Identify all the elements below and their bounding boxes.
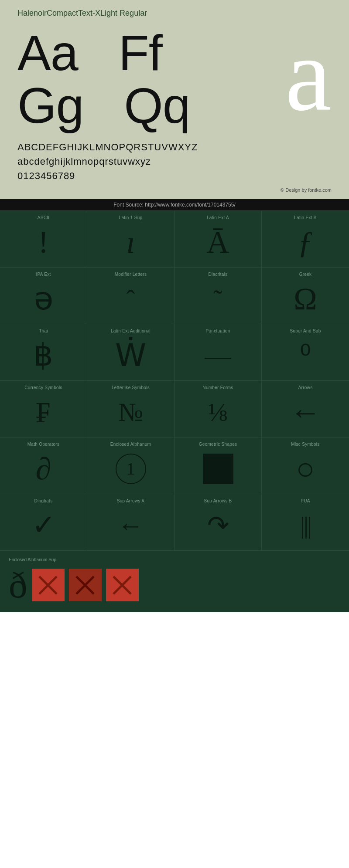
glyph-cell-arrows: Arrows ←: [262, 381, 349, 437]
top-section: HalenoirCompactText-XLight Regular Aa Ff…: [0, 0, 349, 199]
x-box-2: [69, 569, 102, 601]
letter-pairs: Aa Ff Gg Qq: [17, 27, 332, 132]
hero-area: Aa Ff Gg Qq a: [17, 27, 332, 136]
glyph-cell-thai: Thai ฿: [0, 324, 87, 381]
bottom-extra-label: Enclosed Alphanum Sup: [9, 557, 340, 562]
bottom-glyphs-row: ð: [9, 566, 340, 604]
glyph-cell-latin1sup: Latin 1 Sup ı: [87, 211, 174, 268]
glyph-cell-suparrowsa: Sup Arrows A ←: [87, 494, 174, 551]
large-a: a: [285, 27, 332, 127]
digits: 0123456789: [17, 169, 332, 183]
pair-row-1: Aa Ff: [17, 27, 332, 79]
lowercase-alphabet: abcdefghijklmnopqrstuvwxyz: [17, 154, 332, 169]
glyph-cell-ipaext: IPA Ext ə: [0, 268, 87, 324]
bottom-section: Font Source: http://www.fontke.com/font/…: [0, 199, 349, 612]
glyph-cell-dingbats: Dingbats ✓: [0, 494, 87, 551]
glyph-cell-ascii: ASCII !: [0, 211, 87, 268]
uppercase-alphabet: ABCDEFGHIJKLMNOPQRSTUVWXYZ: [17, 140, 332, 154]
x-box-3: [106, 569, 139, 601]
glyph-cell-suparrowsb: Sup Arrows B ↷: [174, 494, 262, 551]
credit: © Design by fontke.com: [17, 185, 332, 195]
glyph-cell-superandsub: Super And Sub ⁰: [262, 324, 349, 381]
glyph-grid: ASCII ! Latin 1 Sup ı Latin Ext A Ā Lati…: [0, 210, 349, 551]
glyph-cell-diacritals: Diacritals ˜: [174, 268, 262, 324]
glyph-cell-geoshapes: Geometric Shapes: [174, 437, 262, 494]
black-square: [203, 454, 233, 484]
glyph-cell-enclosedal: Enclosed Alphanum 1: [87, 437, 174, 494]
enclosed-circle: 1: [116, 454, 146, 484]
glyph-cell-latinextadd: Latin Ext Additional Ẇ: [87, 324, 174, 381]
pair-row-2: Gg Qq: [17, 79, 332, 132]
bottom-extra: Enclosed Alphanum Sup ð: [0, 551, 349, 612]
font-title: HalenoirCompactText-XLight Regular: [17, 9, 332, 18]
glyph-cell-punctuation: Punctuation —: [174, 324, 262, 381]
bottom-glyph-d: ð: [9, 566, 27, 604]
glyph-cell-greek: Greek Ω: [262, 268, 349, 324]
font-source: Font Source: http://www.fontke.com/font/…: [0, 199, 349, 210]
glyph-cell-numberforms: Number Forms ⅛: [174, 381, 262, 437]
glyph-cell-mathops: Math Operators ∂: [0, 437, 87, 494]
glyph-cell-latinexta: Latin Ext A Ā: [174, 211, 262, 268]
glyph-cell-letterlike: Letterlike Symbols №: [87, 381, 174, 437]
glyph-cell-currency: Currency Symbols ₣: [0, 381, 87, 437]
glyph-cell-modletters: Modifier Letters ˆ: [87, 268, 174, 324]
glyph-cell-miscsym: Misc Symbols ○: [262, 437, 349, 494]
glyph-cell-latinextb: Latin Ext B ƒ: [262, 211, 349, 268]
alphabet-section: ABCDEFGHIJKLMNOPQRSTUVWXYZ abcdefghijklm…: [17, 136, 332, 185]
x-box-1: [32, 569, 65, 601]
glyph-cell-pua: PUA |||: [262, 494, 349, 551]
